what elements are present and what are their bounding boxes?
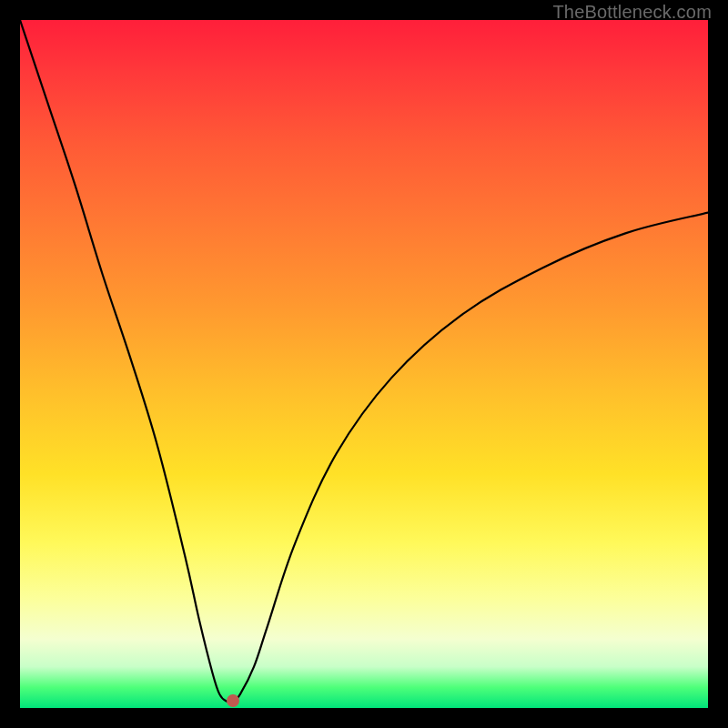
bottleneck-curve	[20, 20, 708, 708]
plot-area	[20, 20, 708, 708]
optimal-point-marker	[227, 694, 239, 707]
chart-frame: TheBottleneck.com	[0, 0, 728, 728]
